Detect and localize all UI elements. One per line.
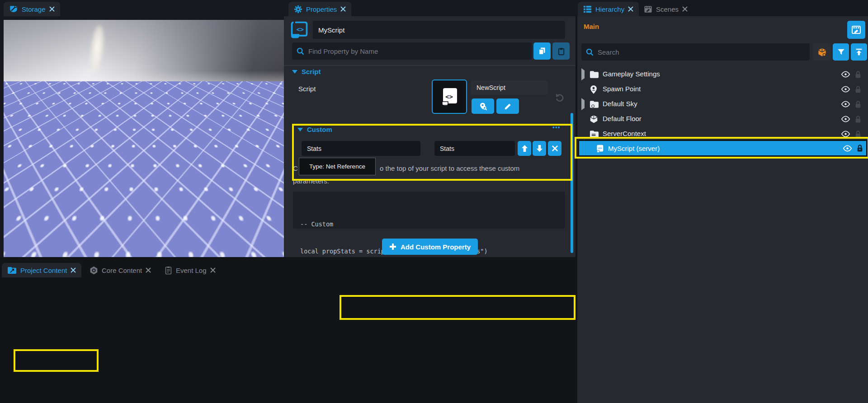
object-name-input[interactable] (313, 21, 565, 39)
close-icon[interactable] (682, 6, 688, 12)
axis-indicator: Z X Y (13, 219, 71, 257)
lock-toggle[interactable] (854, 115, 862, 123)
axis-z-label: Z (32, 219, 36, 228)
top-tab-bar: Storage Properties Hierarchy Scenes (0, 0, 868, 16)
visibility-toggle[interactable] (841, 101, 850, 108)
scene-view[interactable]: Z X Y (4, 20, 284, 257)
move-down-button[interactable] (533, 141, 546, 156)
tab-label: Event Log (176, 267, 207, 274)
pencil-icon (504, 103, 512, 110)
custom-section-header[interactable]: Custom (297, 126, 332, 133)
close-icon[interactable] (210, 267, 216, 273)
tree-row-spawn-point[interactable]: Spawn Point (577, 82, 868, 97)
content-panel: Project Content Core Content Event Log M… (0, 257, 576, 403)
custom-property-value-input[interactable] (434, 141, 515, 156)
tab-label: Hierarchy (595, 5, 624, 13)
hierarchy-search-input[interactable] (598, 48, 805, 56)
hierarchy-panel: Main Gameplay Settings (577, 16, 868, 403)
tab-label: Scenes (656, 5, 679, 13)
tree-row-servercontext[interactable]: ServerContext (577, 127, 868, 141)
script-section-header[interactable]: Script (292, 68, 321, 75)
find-script-button[interactable] (472, 98, 494, 114)
filmstrip-icon (851, 25, 861, 35)
hierarchy-search[interactable] (581, 43, 810, 61)
tab-scenes[interactable]: Scenes (638, 2, 693, 16)
project-content-icon (7, 266, 17, 275)
tree-row-default-sky[interactable]: Default Sky (577, 97, 868, 112)
visibility-toggle[interactable] (843, 145, 852, 152)
tree-row-myscript-selected[interactable]: <> MyScript (server) (578, 140, 867, 156)
lock-toggle[interactable] (854, 85, 862, 94)
paste-properties-button[interactable] (552, 42, 570, 60)
tab-properties[interactable]: Properties (288, 2, 351, 16)
tree-row-default-floor[interactable]: Default Floor (577, 112, 868, 127)
hierarchy-filter-button[interactable] (833, 43, 849, 61)
visibility-toggle[interactable] (841, 86, 850, 93)
properties-panel: <> Script Script <> (284, 16, 576, 257)
script-row-label: Script (298, 85, 316, 93)
tab-project-content[interactable]: Project Content (2, 263, 81, 277)
cube-icon (817, 47, 827, 57)
pin-search-icon (479, 102, 487, 111)
properties-scrollbar[interactable] (571, 113, 573, 253)
viewport-panel: Z X Y (0, 16, 284, 257)
custom-property-name-input[interactable] (302, 141, 420, 156)
visibility-toggle[interactable] (841, 71, 850, 78)
svg-text:<>: <> (598, 146, 602, 150)
script-name-field[interactable] (471, 80, 548, 95)
folder-cube-icon (590, 100, 599, 108)
gear-icon (294, 5, 302, 14)
scene-preview-button[interactable] (847, 21, 865, 39)
type-tooltip: Type: Net Reference (299, 158, 376, 175)
tab-hierarchy[interactable]: Hierarchy (578, 2, 639, 16)
move-up-button[interactable] (518, 141, 531, 156)
lock-toggle[interactable] (854, 100, 862, 108)
svg-text:<>: <> (297, 26, 304, 33)
search-icon (297, 47, 304, 55)
find-property-input[interactable] (308, 47, 527, 55)
expander-icon[interactable] (580, 132, 585, 140)
arrow-down-icon (536, 145, 543, 152)
core-content-icon (90, 266, 98, 275)
lock-toggle[interactable] (854, 70, 862, 79)
revert-icon[interactable] (554, 92, 565, 103)
svg-text:<>: <> (445, 93, 453, 100)
collapse-icon (292, 70, 297, 74)
add-custom-property-button[interactable]: Add Custom Property (382, 239, 478, 255)
transform-gizmo[interactable] (111, 109, 193, 168)
tab-label: Storage (22, 5, 46, 13)
asset-mode-button[interactable] (813, 43, 831, 61)
copy-properties-button[interactable] (533, 42, 551, 60)
hierarchy-icon (583, 5, 592, 14)
edit-script-button[interactable] (496, 98, 519, 114)
close-icon[interactable] (71, 267, 76, 273)
close-icon[interactable] (340, 6, 346, 12)
expander-icon[interactable] (581, 70, 585, 78)
visibility-toggle[interactable] (841, 116, 850, 122)
paste-icon (557, 47, 566, 56)
tab-storage[interactable]: Storage (4, 2, 60, 16)
tab-core-content[interactable]: Core Content (84, 263, 156, 277)
tree-row-gameplay-settings[interactable]: Gameplay Settings (577, 67, 868, 82)
close-icon[interactable] (628, 6, 633, 12)
close-icon[interactable] (49, 6, 55, 12)
expander-icon[interactable] (581, 100, 585, 108)
axis-y-label: Y (54, 250, 59, 257)
upload-icon (855, 48, 863, 56)
delete-property-button[interactable] (548, 141, 561, 156)
lock-toggle-locked[interactable] (856, 144, 863, 152)
plus-icon (389, 243, 396, 250)
find-property-search[interactable] (292, 42, 532, 60)
scene-name-label: Main (584, 23, 599, 30)
collapse-icon (297, 128, 303, 131)
custom-section-menu[interactable]: ••• (552, 124, 561, 131)
tab-event-log[interactable]: Event Log (159, 263, 221, 277)
folder-script-icon (590, 130, 599, 138)
script-asset-thumbnail[interactable]: <> (432, 80, 467, 114)
publish-upload-button[interactable] (851, 43, 867, 61)
visibility-toggle[interactable] (841, 131, 850, 137)
close-icon[interactable] (146, 267, 151, 273)
lock-toggle[interactable] (854, 130, 862, 138)
axis-x-label: X (56, 230, 61, 237)
copy-icon (538, 47, 547, 56)
